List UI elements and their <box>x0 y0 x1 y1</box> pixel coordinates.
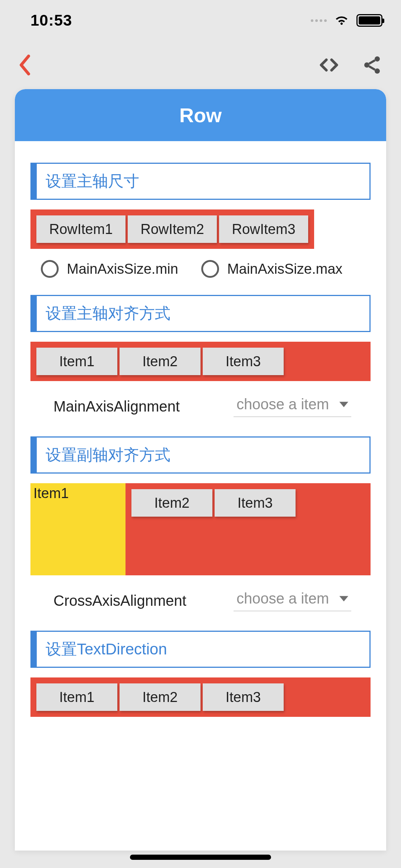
svg-point-0 <box>375 56 380 62</box>
status-time: 10:53 <box>30 12 72 29</box>
section-title-main-axis-size: 设置主轴尺寸 <box>30 163 371 200</box>
main-axis-alignment-dropdown[interactable]: choose a item <box>234 396 351 417</box>
home-indicator[interactable] <box>130 855 271 860</box>
section-title-text-direction: 设置TextDirection <box>30 631 371 668</box>
card-header: Row <box>15 89 386 141</box>
row-item: Item2 <box>131 489 212 517</box>
chevron-down-icon <box>339 594 348 603</box>
row-item: RowItem3 <box>219 215 308 243</box>
text-direction-demo: Item1 Item2 Item3 <box>30 677 371 717</box>
card-body: 设置主轴尺寸 RowItem1 RowItem2 RowItem3 MainAx… <box>15 141 386 717</box>
svg-point-1 <box>364 62 369 68</box>
row-item: Item1 <box>36 348 117 375</box>
section-title-label: 设置TextDirection <box>46 639 167 660</box>
status-indicators <box>311 12 382 29</box>
radio-label: MainAxisSize.min <box>67 261 178 277</box>
row-item: RowItem1 <box>36 215 125 243</box>
section-title-label: 设置主轴对齐方式 <box>46 303 170 324</box>
main-axis-alignment-control: MainAxisAlignment choose a item <box>30 381 371 436</box>
demo-card: Row 设置主轴尺寸 RowItem1 RowItem2 RowItem3 Ma… <box>15 89 386 851</box>
main-axis-size-demo: RowItem1 RowItem2 RowItem3 <box>30 209 314 249</box>
section-title-label: 设置主轴尺寸 <box>46 171 139 192</box>
row-item: Item1 <box>36 683 117 711</box>
row-item: Item2 <box>120 348 200 375</box>
cross-axis-alignment-demo: Item1 Item2 Item3 <box>30 483 371 575</box>
back-icon[interactable] <box>19 55 31 75</box>
dropdown-placeholder: choose a item <box>237 396 329 413</box>
row-item: Item3 <box>203 683 284 711</box>
code-icon[interactable] <box>319 55 339 75</box>
main-axis-size-options: MainAxisSize.min MainAxisSize.max <box>30 249 371 295</box>
row-item: RowItem2 <box>128 215 217 243</box>
row-item: Item3 <box>215 489 296 517</box>
cellular-dots-icon <box>311 19 327 22</box>
share-icon[interactable] <box>362 55 382 75</box>
row-item: Item2 <box>120 683 200 711</box>
radio-main-axis-size-min[interactable] <box>41 260 59 278</box>
radio-label: MainAxisSize.max <box>227 261 342 277</box>
battery-icon <box>356 14 382 27</box>
control-label: CrossAxisAlignment <box>53 592 186 609</box>
card-title: Row <box>179 104 222 127</box>
control-label: MainAxisAlignment <box>53 398 180 415</box>
wifi-icon <box>333 12 350 29</box>
row-item: Item3 <box>203 348 284 375</box>
app-toolbar <box>0 41 401 89</box>
section-title-cross-axis-alignment: 设置副轴对齐方式 <box>30 436 371 474</box>
cross-axis-alignment-control: CrossAxisAlignment choose a item <box>30 575 371 631</box>
radio-main-axis-size-max[interactable] <box>201 260 219 278</box>
svg-point-2 <box>375 68 380 74</box>
section-title-main-axis-alignment: 设置主轴对齐方式 <box>30 295 371 332</box>
section-title-label: 设置副轴对齐方式 <box>46 445 170 465</box>
main-axis-alignment-demo: Item1 Item2 Item3 <box>30 342 371 381</box>
cross-axis-alignment-dropdown[interactable]: choose a item <box>234 590 351 611</box>
dropdown-placeholder: choose a item <box>237 590 329 607</box>
row-item-tall: Item1 <box>30 483 125 575</box>
chevron-down-icon <box>339 400 348 409</box>
status-bar: 10:53 <box>0 0 401 41</box>
